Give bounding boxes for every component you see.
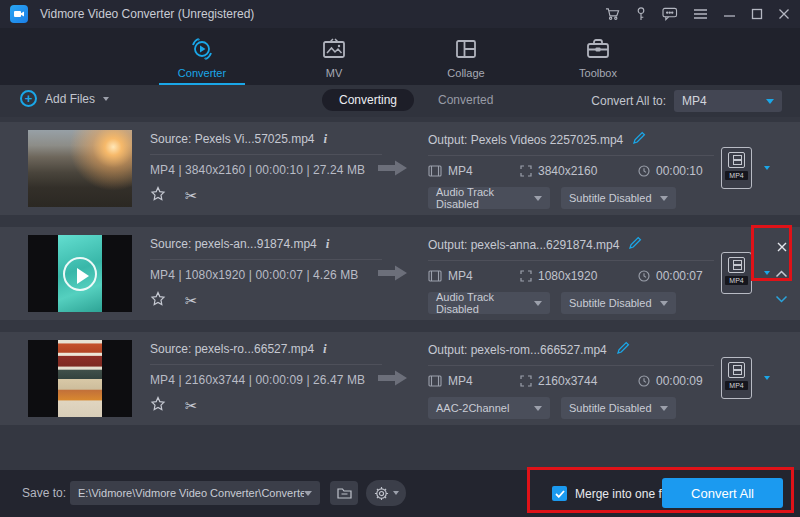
edit-effects-icon[interactable]: [150, 396, 166, 416]
format-icon: [428, 165, 442, 177]
convert-all-to-label: Convert All to:: [591, 94, 666, 108]
output-filename: Output: pexels-anna...6291874.mp4: [428, 238, 619, 252]
row-controls: [775, 239, 788, 307]
audio-track-value: Audio Track Disabled: [436, 291, 534, 315]
subtitle-value: Subtitle Disabled: [569, 192, 652, 204]
audio-track-value: AAC-2Channel: [436, 402, 509, 414]
arrow-right-icon: [378, 368, 408, 392]
subtitle-dropdown[interactable]: Subtitle Disabled: [561, 187, 676, 209]
window-title: Vidmore Video Converter (Unregistered): [40, 7, 254, 21]
edit-pencil-icon[interactable]: [628, 236, 642, 253]
chevron-down-icon: [766, 99, 774, 104]
output-duration: 00:00:09: [656, 374, 703, 388]
output-filename: Output: Pexels Videos 2257025.mp4: [428, 133, 623, 147]
chevron-down-icon: [534, 301, 542, 306]
output-duration: 00:00:10: [656, 164, 703, 178]
source-meta: MP4 | 1080x1920 | 00:00:07 | 4.26 MB: [150, 268, 382, 282]
output-format: MP4: [448, 374, 473, 388]
move-down-icon[interactable]: [775, 289, 788, 307]
cut-icon[interactable]: ✂: [185, 399, 198, 413]
badge-label: MP4: [725, 171, 748, 180]
source-filename: Source: pexels-an...91874.mp4: [150, 237, 317, 251]
merge-checkbox[interactable]: [552, 486, 567, 501]
feedback-icon[interactable]: [662, 7, 678, 21]
divider: [428, 365, 714, 366]
merge-option[interactable]: Merge into one file: [552, 486, 674, 501]
key-icon[interactable]: [635, 7, 647, 21]
tab-converter[interactable]: Converter: [159, 35, 245, 85]
save-to-label: Save to:: [22, 486, 66, 500]
video-thumbnail[interactable]: [28, 340, 132, 417]
divider: [428, 155, 714, 156]
badge-label: MP4: [725, 276, 748, 285]
format-chevron-icon[interactable]: [764, 166, 770, 170]
cut-icon[interactable]: ✂: [185, 189, 198, 203]
menu-icon[interactable]: [693, 8, 708, 20]
cut-icon[interactable]: ✂: [185, 294, 198, 308]
converted-tab[interactable]: Converted: [438, 93, 493, 107]
merge-label: Merge into one file: [575, 487, 674, 501]
save-path-dropdown[interactable]: E:\Vidmore\Vidmore Video Converter\Conve…: [70, 481, 320, 505]
converting-tab[interactable]: Converting: [322, 89, 414, 111]
app-logo-icon: [10, 5, 28, 23]
main-nav: Converter MV Collage Toolbox: [0, 28, 800, 85]
divider: [428, 260, 714, 261]
divider: [150, 364, 382, 365]
tab-toolbox[interactable]: Toolbox: [555, 35, 641, 85]
format-chevron-icon[interactable]: [764, 271, 770, 275]
subtitle-dropdown[interactable]: Subtitle Disabled: [561, 292, 676, 314]
play-icon[interactable]: [63, 257, 97, 291]
format-chevron-icon[interactable]: [764, 376, 770, 380]
edit-effects-icon[interactable]: [150, 291, 166, 311]
video-thumbnail[interactable]: [28, 130, 132, 207]
tab-toolbox-label: Toolbox: [579, 67, 617, 79]
remove-file-icon[interactable]: [776, 239, 788, 257]
output-resolution: 1080x1920: [538, 269, 597, 283]
audio-track-dropdown[interactable]: Audio Track Disabled: [428, 292, 550, 314]
add-files-label: Add Files: [45, 92, 95, 106]
settings-button[interactable]: [366, 480, 406, 506]
audio-track-dropdown[interactable]: Audio Track Disabled: [428, 187, 550, 209]
minimize-icon[interactable]: [723, 8, 736, 20]
audio-track-dropdown[interactable]: AAC-2Channel: [428, 397, 550, 419]
move-up-icon[interactable]: [775, 264, 788, 282]
chevron-down-icon[interactable]: [103, 97, 109, 101]
open-folder-button[interactable]: [330, 481, 358, 505]
duration-icon: [638, 270, 650, 282]
output-format-badge[interactable]: MP4: [721, 252, 752, 294]
info-icon[interactable]: i: [324, 131, 328, 147]
tab-mv-label: MV: [326, 67, 343, 79]
film-icon: [728, 152, 745, 168]
edit-pencil-icon[interactable]: [616, 341, 630, 358]
tab-collage-label: Collage: [447, 67, 484, 79]
duration-icon: [638, 375, 650, 387]
file-row-3: Source: pexels-ro...66527.mp4 i MP4 | 21…: [0, 332, 800, 425]
output-format-badge[interactable]: MP4: [721, 147, 752, 189]
convert-all-button[interactable]: Convert All: [662, 478, 783, 508]
convert-all-to-dropdown[interactable]: MP4: [674, 90, 782, 112]
maximize-icon[interactable]: [751, 8, 763, 20]
edit-pencil-icon[interactable]: [632, 131, 646, 148]
cart-icon[interactable]: [605, 7, 620, 21]
source-filename: Source: pexels-ro...66527.mp4: [150, 342, 314, 356]
titlebar: Vidmore Video Converter (Unregistered): [0, 0, 800, 28]
chevron-down-icon: [660, 196, 668, 201]
add-files-button[interactable]: + Add Files: [20, 90, 109, 107]
tab-converter-label: Converter: [178, 67, 226, 79]
output-filename: Output: pexels-rom...666527.mp4: [428, 343, 607, 357]
tab-mv[interactable]: MV: [291, 35, 377, 85]
info-icon[interactable]: i: [326, 236, 330, 252]
close-icon[interactable]: [778, 8, 790, 20]
subtitle-dropdown[interactable]: Subtitle Disabled: [561, 397, 676, 419]
video-thumbnail[interactable]: [28, 235, 132, 312]
film-icon: [728, 362, 745, 378]
subtitle-value: Subtitle Disabled: [569, 402, 652, 414]
output-format-badge[interactable]: MP4: [721, 357, 752, 399]
badge-label: MP4: [725, 381, 748, 390]
info-icon[interactable]: i: [323, 341, 327, 357]
output-resolution: 3840x2160: [538, 164, 597, 178]
tab-collage[interactable]: Collage: [423, 35, 509, 85]
add-icon: +: [20, 90, 37, 107]
chevron-down-icon: [534, 406, 542, 411]
edit-effects-icon[interactable]: [150, 186, 166, 206]
